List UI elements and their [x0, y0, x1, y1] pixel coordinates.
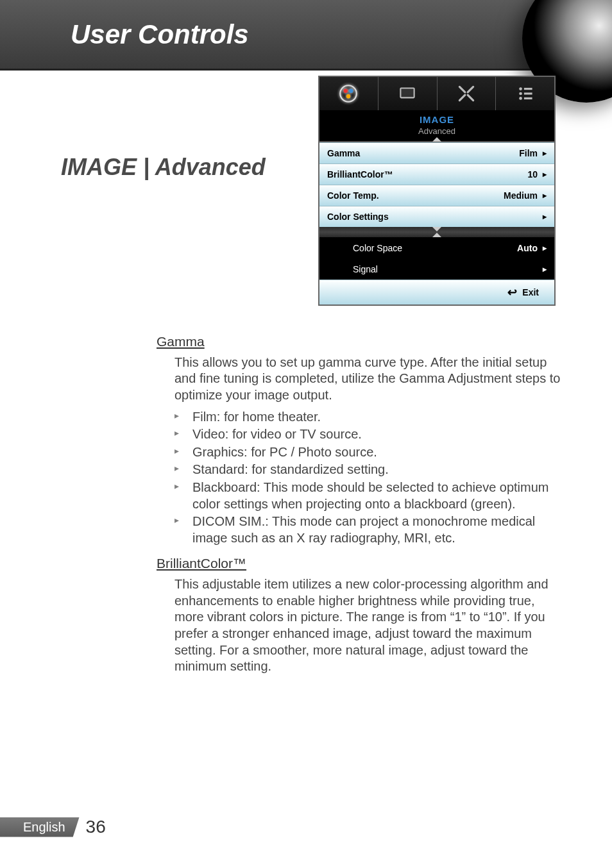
svg-point-8 [519, 92, 522, 96]
osd-row-value: 10 [527, 169, 538, 179]
chevron-right-icon: ▸ [543, 212, 547, 221]
gamma-intro: This allows you to set up gamma curve ty… [174, 355, 561, 404]
osd-row-signal[interactable]: Signal ▸ [319, 258, 554, 280]
chevron-right-icon: ▸ [543, 149, 547, 158]
svg-point-2 [349, 89, 353, 93]
osd-tab-bar [319, 77, 554, 110]
setup-tab-icon[interactable] [437, 77, 496, 110]
gamma-list: Film: for home theater. Video: for video… [174, 409, 561, 547]
list-item: DICOM SIM.: This mode can project a mono… [174, 513, 561, 546]
osd-subtitle: Advanced [319, 125, 554, 142]
chevron-right-icon: ▸ [543, 244, 547, 253]
osd-row-gamma[interactable]: Gamma Film▸ [319, 142, 554, 163]
osd-row-label: Gamma [327, 148, 360, 158]
osd-row-value: Auto [517, 243, 538, 253]
header-band: User Controls [0, 0, 612, 71]
section-title: User Controls [0, 0, 612, 50]
list-item: Video: for video or TV source. [174, 426, 561, 443]
svg-point-3 [346, 94, 350, 98]
list-item: Film: for home theater. [174, 409, 561, 426]
display-tab-icon[interactable] [378, 77, 437, 110]
svg-rect-7 [524, 88, 532, 90]
svg-rect-11 [524, 97, 532, 99]
osd-title: IMAGE [319, 110, 554, 125]
svg-point-1 [344, 89, 348, 93]
image-tab-icon[interactable] [319, 77, 378, 110]
osd-row-label: Color Temp. [327, 190, 379, 201]
osd-row-colortemp[interactable]: Color Temp. Medium▸ [319, 185, 554, 206]
svg-point-0 [341, 85, 357, 102]
osd-row-colorsettings[interactable]: Color Settings ▸ [319, 206, 554, 227]
back-arrow-icon: ↩ [507, 285, 517, 299]
svg-rect-5 [401, 88, 414, 98]
chevron-right-icon: ▸ [543, 191, 547, 200]
brilliant-heading: BrilliantColor™ [157, 555, 561, 572]
body-content: Gamma This allows you to set up gamma cu… [157, 333, 561, 680]
osd-row-label: Color Settings [327, 212, 389, 222]
osd-row-value: Film [519, 148, 538, 158]
page-footer: English 36 [0, 817, 106, 837]
page-number: 36 [86, 817, 106, 837]
osd-footer-exit[interactable]: ↩ Exit [319, 280, 554, 305]
chevron-right-icon: ▸ [543, 265, 547, 274]
brilliant-body: This adjustable item utilizes a new colo… [174, 576, 561, 675]
osd-row-value: Medium [504, 190, 538, 201]
svg-point-10 [519, 97, 522, 100]
options-tab-icon[interactable] [495, 77, 554, 110]
svg-point-6 [519, 87, 522, 90]
osd-row-colorspace[interactable]: Color Space Auto▸ [319, 237, 554, 258]
list-item: Standard: for standardized setting. [174, 462, 561, 478]
gamma-heading: Gamma [157, 333, 561, 351]
osd-row-label: Color Space [327, 243, 402, 253]
chevron-right-icon: ▸ [543, 170, 547, 179]
osd-row-brilliantcolor[interactable]: BrilliantColor™ 10▸ [319, 163, 554, 185]
osd-subtitle-text: Advanced [418, 126, 455, 136]
list-item: Graphics: for PC / Photo source. [174, 444, 561, 461]
svg-rect-9 [524, 92, 532, 94]
osd-row-label: BrilliantColor™ [327, 169, 393, 179]
osd-divider [319, 227, 554, 237]
list-item: Blackboard: This mode should be selected… [174, 480, 561, 512]
osd-exit-label: Exit [522, 287, 539, 297]
osd-menu: IMAGE Advanced Gamma Film▸ BrilliantColo… [318, 76, 556, 306]
osd-row-label: Signal [327, 264, 378, 274]
footer-language: English [0, 817, 80, 837]
